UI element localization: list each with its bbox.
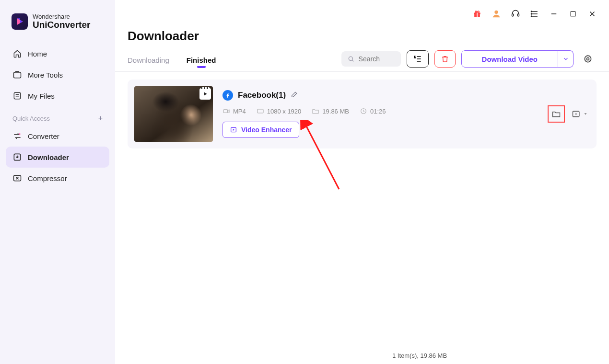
sidebar-item-more-tools[interactable]: More Tools <box>6 64 109 85</box>
svg-rect-11 <box>512 14 514 16</box>
home-icon <box>12 49 22 58</box>
svg-rect-0 <box>14 72 21 78</box>
video-enhancer-button[interactable]: Video Enhancer <box>223 122 299 138</box>
main-panel: Downloader Downloading Finished 1 Downlo… <box>115 0 609 364</box>
quick-access-label: Quick Access <box>12 115 50 122</box>
status-bar: 1 Item(s), 19.86 MB <box>230 347 609 364</box>
svg-point-13 <box>531 11 532 12</box>
svg-rect-21 <box>223 110 228 113</box>
item-duration: 01:26 <box>370 108 386 115</box>
tab-finished[interactable]: Finished <box>187 51 216 71</box>
sidebar-item-downloader[interactable]: Downloader <box>6 147 109 168</box>
enhancer-icon <box>230 126 237 134</box>
svg-point-17 <box>349 57 352 60</box>
status-text: 1 Item(s), 19.86 MB <box>392 352 447 359</box>
enhancer-label: Video Enhancer <box>241 126 292 134</box>
tabs: Downloading Finished 1 Download Video <box>115 50 609 72</box>
svg-rect-1 <box>14 92 20 99</box>
sidebar-item-converter[interactable]: Converter <box>6 125 109 147</box>
sidebar-label: Home <box>28 50 47 58</box>
svg-rect-16 <box>571 11 575 16</box>
svg-text:1: 1 <box>414 56 415 58</box>
download-video-dropdown[interactable] <box>558 50 574 68</box>
menu-icon[interactable] <box>529 9 540 19</box>
gift-icon[interactable] <box>472 9 482 19</box>
svg-point-8 <box>475 11 477 12</box>
facebook-icon <box>223 90 233 101</box>
compressor-icon <box>12 173 22 183</box>
edit-title-button[interactable] <box>291 91 298 100</box>
sidebar-label: More Tools <box>28 71 63 79</box>
converter-icon <box>12 131 22 141</box>
brand-product: UniConverter <box>33 20 90 30</box>
sidebar-label: Compressor <box>28 174 67 182</box>
clock-icon <box>360 107 367 115</box>
page-title: Downloader <box>115 0 609 50</box>
svg-point-14 <box>531 13 532 14</box>
item-size: 19.86 MB <box>322 108 349 115</box>
sort-list-button[interactable]: 1 <box>407 50 429 68</box>
caret-down-icon <box>583 112 588 116</box>
sidebar-label: Downloader <box>28 153 69 161</box>
svg-rect-12 <box>517 14 519 16</box>
svg-rect-22 <box>258 109 263 113</box>
svg-point-15 <box>531 16 532 17</box>
files-icon <box>12 91 22 101</box>
app-logo: Wondershare UniConverter <box>6 13 109 30</box>
tools-icon <box>12 70 22 80</box>
settings-button[interactable] <box>579 50 597 68</box>
search-field[interactable] <box>359 55 392 63</box>
item-thumbnail[interactable] <box>134 86 213 142</box>
trash-icon <box>441 55 449 63</box>
svg-point-9 <box>478 11 479 12</box>
minimize-button[interactable] <box>549 9 559 19</box>
item-title: Facebook(1) <box>238 91 286 100</box>
sidebar-item-home[interactable]: Home <box>6 43 109 64</box>
sidebar-label: Converter <box>28 132 59 140</box>
download-video-button[interactable]: Download Video <box>461 50 558 68</box>
item-meta: MP4 1080 x 1920 19.86 MB 01:26 <box>223 107 538 115</box>
camera-icon <box>223 107 230 115</box>
sidebar-label: My Files <box>28 92 55 100</box>
download-video-button-group: Download Video <box>461 50 574 68</box>
brand-maker: Wondershare <box>33 13 90 20</box>
tab-downloading[interactable]: Downloading <box>128 51 169 71</box>
item-resolution: 1080 x 1920 <box>267 108 302 115</box>
quick-access-add-button[interactable]: + <box>98 114 103 123</box>
video-badge-icon <box>199 88 211 100</box>
folder-open-icon <box>551 109 561 119</box>
account-icon[interactable] <box>491 9 502 19</box>
resolution-icon <box>257 107 264 115</box>
svg-point-10 <box>494 11 498 14</box>
item-format: MP4 <box>233 108 246 115</box>
sidebar-item-my-files[interactable]: My Files <box>6 85 109 106</box>
search-icon <box>347 55 355 63</box>
edit-icon <box>291 91 298 98</box>
download-item: Facebook(1) MP4 1080 x 1920 19.86 MB 01:… <box>128 80 597 148</box>
downloader-icon <box>12 152 22 162</box>
sidebar: Wondershare UniConverter Home More Tools… <box>0 0 115 364</box>
play-dropdown[interactable] <box>572 109 588 119</box>
play-in-icon <box>572 109 581 119</box>
folder-icon <box>312 107 319 115</box>
window-controls <box>472 9 597 19</box>
search-input[interactable] <box>341 51 401 67</box>
support-icon[interactable] <box>510 9 521 19</box>
list-icon: 1 <box>413 54 422 64</box>
chevron-down-icon <box>562 56 569 62</box>
sidebar-item-compressor[interactable]: Compressor <box>6 168 109 189</box>
delete-button[interactable] <box>434 50 456 68</box>
svg-rect-7 <box>477 13 478 17</box>
svg-point-2 <box>19 133 20 135</box>
gear-icon <box>583 54 593 64</box>
close-button[interactable] <box>587 9 597 19</box>
logo-icon <box>12 13 28 30</box>
maximize-button[interactable] <box>568 9 578 19</box>
svg-point-19 <box>587 58 589 60</box>
open-folder-button[interactable] <box>548 105 565 123</box>
